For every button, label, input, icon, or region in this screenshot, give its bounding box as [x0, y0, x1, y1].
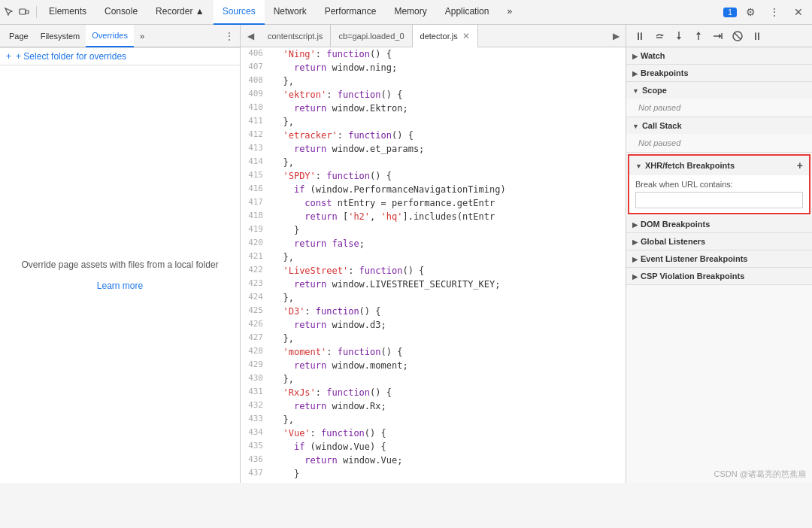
scope-chevron [632, 86, 639, 95]
file-tab-contentscript[interactable]: contentscript.js [260, 25, 331, 47]
tab-more[interactable]: » [498, 0, 521, 25]
breakpoints-section-header[interactable]: Breakpoints [626, 65, 812, 81]
csp-violation-breakpoints-section: CSP Violation Breakpoints [626, 268, 812, 285]
line-number: 412 [241, 129, 269, 141]
file-tabs-next[interactable]: ▶ [606, 25, 626, 47]
tab-console[interactable]: Console [95, 0, 147, 25]
line-content: return window.LIVESTREET_SECURITY_KEY; [269, 278, 626, 291]
tab-elements[interactable]: Elements [40, 0, 95, 25]
toolbar-right: 1 ⚙ ⋮ ✕ [723, 2, 809, 23]
code-line: 407 return window.ning; [241, 61, 626, 74]
line-content: }, [269, 413, 626, 426]
tab-recorder[interactable]: Recorder ▲ [147, 0, 214, 25]
line-content: const ntEntry = performance.getEntr [269, 196, 626, 210]
file-tab-detector[interactable]: detector.js ✕ [413, 25, 478, 47]
line-content: }, [269, 74, 626, 88]
line-content: return window.moment; [269, 359, 626, 372]
line-content: return ['h2', 'hq'].includes(ntEntr [269, 210, 626, 223]
tab-more-left[interactable]: » [134, 25, 150, 47]
tab-memory[interactable]: Memory [385, 0, 435, 25]
right-panel: ⏸ ⏸ Watch [626, 25, 812, 483]
code-content: 406 'Ning': function() {407 return windo… [241, 47, 626, 483]
tab-overrides[interactable]: Overrides [86, 25, 134, 47]
csp-violation-breakpoints-header[interactable]: CSP Violation Breakpoints [626, 268, 812, 284]
learn-more-link[interactable]: Learn more [97, 281, 143, 291]
line-number: 409 [241, 88, 269, 101]
continue-to-here-button[interactable] [709, 27, 727, 45]
tab-performance[interactable]: Performance [316, 0, 386, 25]
xhr-url-input[interactable] [635, 192, 803, 208]
deactivate-breakpoints-button[interactable] [729, 27, 747, 45]
line-content: const all = document.querySelectorAll(' [269, 481, 626, 483]
code-line: 418 return ['h2', 'hq'].includes(ntEntr [241, 210, 626, 223]
line-number: 429 [241, 359, 269, 372]
file-tab-cb-gapi[interactable]: cb=gapi.loaded_0 [331, 25, 412, 47]
code-line: 430 }, [241, 372, 626, 386]
line-content: 'D3': function() { [269, 305, 626, 318]
line-number: 432 [241, 399, 269, 412]
pause-on-exceptions-button[interactable]: ⏸ [748, 27, 766, 45]
callstack-chevron [632, 122, 639, 130]
line-number: 419 [241, 223, 269, 236]
step-out-button[interactable] [689, 27, 707, 45]
xhr-chevron [635, 162, 642, 170]
tab-page[interactable]: Page [3, 25, 35, 47]
code-line: 422 'LiveStreet': function() { [241, 264, 626, 278]
code-line: 425 'D3': function() { [241, 305, 626, 318]
line-content: if (window.PerformanceNavigationTiming) [269, 183, 626, 196]
line-content: return false; [269, 237, 626, 250]
dom-breakpoints-section: DOM Breakpoints [626, 216, 812, 233]
line-number: 423 [241, 278, 269, 290]
file-tabs: ◀ contentscript.js cb=gapi.loaded_0 dete… [241, 25, 626, 47]
code-panel: ◀ contentscript.js cb=gapi.loaded_0 dete… [241, 25, 626, 483]
tab-network[interactable]: Network [265, 0, 316, 25]
code-line: 435 if (window.Vue) { [241, 440, 626, 454]
line-number: 420 [241, 237, 269, 250]
global-listeners-header[interactable]: Global Listeners [626, 233, 812, 250]
left-panel: Page Filesystem Overrides » ⋮ + + Select… [0, 25, 241, 483]
xhr-add-button[interactable]: + [797, 159, 803, 171]
code-line: 413 return window.et_params; [241, 142, 626, 156]
code-area[interactable]: 406 'Ning': function() {407 return windo… [241, 47, 626, 483]
dom-breakpoints-header[interactable]: DOM Breakpoints [626, 216, 812, 232]
line-content: }, [269, 115, 626, 129]
scope-section-header[interactable]: Scope [626, 82, 812, 99]
add-folder-button[interactable]: + + Select folder for overrides [0, 47, 240, 65]
callstack-section: Call Stack Not paused [626, 117, 812, 153]
code-line: 424 }, [241, 291, 626, 305]
code-line: 416 if (window.PerformanceNavigationTimi… [241, 183, 626, 196]
tab-application[interactable]: Application [436, 0, 498, 25]
callstack-section-header[interactable]: Call Stack [626, 117, 812, 134]
tab-sources[interactable]: Sources [214, 0, 265, 25]
line-content: 'LiveStreet': function() { [269, 264, 626, 278]
device-toolbar-icon[interactable] [18, 6, 30, 18]
inspect-icon[interactable] [3, 6, 15, 18]
settings-icon[interactable]: ⚙ [740, 2, 761, 23]
svg-line-12 [735, 33, 741, 39]
line-number: 431 [241, 386, 269, 399]
left-panel-menu[interactable]: ⋮ [222, 31, 237, 41]
line-number: 428 [241, 345, 269, 358]
code-line: 434 'Vue': function() { [241, 426, 626, 440]
line-number: 421 [241, 250, 269, 263]
watch-section-header[interactable]: Watch [626, 47, 812, 64]
file-tab-close-icon[interactable]: ✕ [462, 31, 470, 41]
more-options-icon[interactable]: ⋮ [764, 2, 785, 23]
step-over-button[interactable] [650, 27, 668, 45]
file-tabs-prev[interactable]: ◀ [241, 25, 260, 47]
code-line: 411 }, [241, 115, 626, 129]
tab-filesystem[interactable]: Filesystem [35, 25, 86, 47]
xhr-section-header[interactable]: XHR/fetch Breakpoints + [629, 156, 809, 175]
global-listeners-chevron [632, 238, 638, 246]
code-line: 420 return false; [241, 237, 626, 250]
line-number: 416 [241, 183, 269, 196]
event-listener-breakpoints-header[interactable]: Event Listener Breakpoints [626, 250, 812, 267]
code-line: 438 const all = document.querySelectorAl… [241, 481, 626, 483]
pause-resume-button[interactable]: ⏸ [631, 27, 649, 45]
step-into-button[interactable] [670, 27, 688, 45]
close-icon[interactable]: ✕ [788, 2, 809, 23]
code-line: 433 }, [241, 413, 626, 426]
watch-section: Watch [626, 47, 812, 65]
svg-marker-7 [696, 32, 701, 35]
notification-badge: 1 [723, 8, 737, 17]
